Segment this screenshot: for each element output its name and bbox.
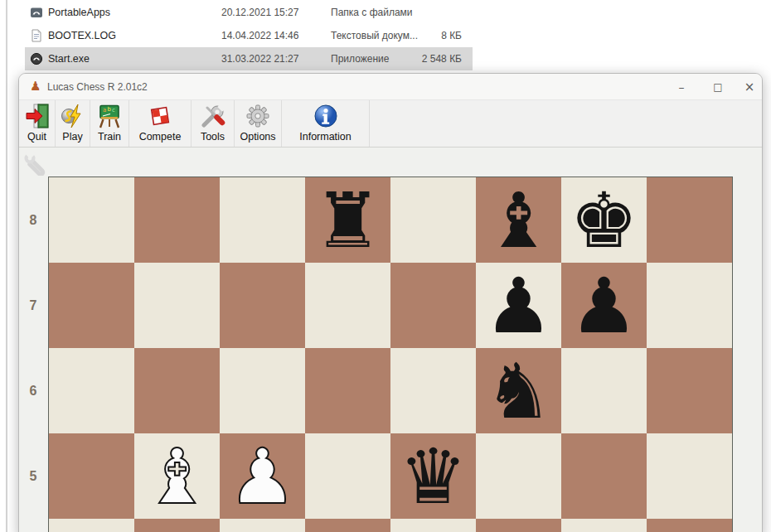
screen: PortableApps20.12.2021 15:27Папка с файл… — [0, 0, 771, 532]
main-content: 8765 ♜♝♚♟♟♞♝♟♛ — [19, 148, 762, 532]
square-b8[interactable] — [134, 177, 220, 263]
file-type: Папка с файлами — [331, 1, 413, 24]
file-name: PortableApps — [48, 1, 110, 24]
file-name: Start.exe — [48, 47, 90, 70]
square-a5[interactable] — [49, 433, 134, 519]
square-h8[interactable] — [647, 177, 732, 263]
square-d6[interactable] — [305, 348, 390, 433]
lucas-chess-window: ♟ Lucas Chess R 2.01c2 – □ × QuitPlayabc… — [18, 73, 763, 532]
file-date: 20.12.2021 15:27 — [221, 1, 298, 24]
square-d5[interactable] — [305, 433, 390, 519]
square-h5[interactable] — [647, 433, 732, 519]
rank-label-5: 5 — [22, 468, 44, 485]
square-g4[interactable] — [561, 519, 647, 532]
square-b7[interactable] — [134, 263, 220, 348]
window-title: Lucas Chess R 2.01c2 — [47, 74, 148, 100]
minimize-button[interactable]: – — [667, 74, 696, 100]
svg-text:a: a — [103, 107, 106, 114]
file-row-start.exe[interactable]: Start.exe31.03.2022 21:27Приложение2 548… — [0, 47, 771, 70]
square-g6[interactable] — [561, 348, 647, 433]
toolbar-button-quit[interactable]: Quit — [19, 100, 56, 147]
toolbar-button-options[interactable]: Options — [235, 100, 282, 147]
text-document-icon — [30, 29, 43, 42]
black-pawn-g7[interactable]: ♟ — [561, 263, 647, 348]
square-h7[interactable] — [647, 263, 732, 348]
black-knight-f6[interactable]: ♞ — [476, 348, 561, 433]
square-c6[interactable] — [220, 348, 305, 433]
toolbar-button-label: Compete — [139, 130, 182, 144]
rank-label-7: 7 — [22, 297, 44, 314]
play-icon — [60, 103, 86, 129]
square-b6[interactable] — [134, 348, 220, 433]
square-c7[interactable] — [220, 263, 305, 348]
square-a6[interactable] — [49, 348, 134, 433]
square-a4[interactable] — [49, 519, 134, 532]
square-g5[interactable] — [561, 433, 647, 519]
compete-icon — [147, 103, 173, 129]
square-e6[interactable] — [390, 348, 476, 433]
toolbar-button-label: Quit — [27, 130, 46, 144]
toolbar-button-label: Information — [299, 130, 352, 144]
black-bishop-f8[interactable]: ♝ — [476, 177, 561, 263]
toolbar-button-information[interactable]: Information — [282, 100, 370, 147]
toolbar-button-label: Train — [98, 130, 121, 144]
application-icon — [30, 52, 43, 65]
square-e8[interactable] — [390, 177, 476, 263]
title-bar[interactable]: ♟ Lucas Chess R 2.01c2 – □ × — [19, 74, 762, 100]
square-c8[interactable] — [220, 177, 305, 263]
file-date: 14.04.2022 14:46 — [221, 24, 298, 47]
file-row-bootex.log[interactable]: BOOTEX.LOG14.04.2022 14:46Текстовый доку… — [0, 24, 771, 47]
square-h6[interactable] — [647, 348, 732, 433]
square-e7[interactable] — [390, 263, 476, 348]
square-a7[interactable] — [49, 263, 134, 348]
square-f4[interactable] — [476, 519, 561, 532]
toolbar-button-label: Options — [240, 130, 275, 144]
white-pawn-c5[interactable]: ♟ — [220, 433, 305, 519]
tools-icon — [200, 103, 226, 129]
black-rook-d8[interactable]: ♜ — [305, 177, 390, 263]
file-date: 31.03.2022 21:27 — [221, 47, 298, 70]
quit-icon — [24, 103, 51, 129]
close-button[interactable]: × — [735, 74, 764, 100]
toolbar-button-label: Play — [62, 130, 82, 144]
rank-label-6: 6 — [22, 383, 44, 399]
toolbar-button-tools[interactable]: Tools — [192, 100, 235, 147]
svg-text:c: c — [112, 107, 115, 114]
svg-text:b: b — [108, 106, 112, 113]
black-queen-e5[interactable]: ♛ — [390, 433, 476, 519]
white-bishop-b5[interactable]: ♝ — [134, 433, 220, 519]
square-f5[interactable] — [476, 433, 561, 519]
chess-board[interactable]: ♜♝♚♟♟♞♝♟♛ — [48, 177, 733, 532]
maximize-button[interactable]: □ — [704, 74, 732, 100]
pawn-icon: ♟ — [30, 80, 41, 94]
toolbar-button-play[interactable]: Play — [56, 100, 90, 147]
train-icon: abc — [96, 103, 123, 129]
black-pawn-f7[interactable]: ♟ — [476, 263, 561, 348]
wrench-icon — [22, 151, 47, 176]
black-king-g8[interactable]: ♚ — [561, 177, 647, 263]
file-size: 8 КБ — [380, 24, 462, 47]
toolbar-button-train[interactable]: abcTrain — [90, 100, 129, 147]
information-icon — [313, 103, 339, 129]
toolbar: QuitPlayabcTrainCompeteToolsOptionsInfor… — [19, 100, 762, 148]
file-name: BOOTEX.LOG — [48, 24, 116, 47]
square-a8[interactable] — [49, 177, 134, 263]
file-row-portableapps[interactable]: PortableApps20.12.2021 15:27Папка с файл… — [0, 1, 771, 24]
square-d4[interactable] — [305, 519, 390, 532]
pane-divider[interactable] — [6, 0, 7, 532]
rank-label-8: 8 — [22, 212, 44, 229]
toolbar-button-compete[interactable]: Compete — [129, 100, 192, 147]
file-size: 2 548 КБ — [380, 47, 462, 70]
portableapps-folder-icon — [30, 6, 43, 19]
options-icon — [245, 103, 271, 129]
toolbar-button-label: Tools — [201, 130, 225, 144]
square-d7[interactable] — [305, 263, 390, 348]
square-h4[interactable] — [647, 519, 732, 532]
